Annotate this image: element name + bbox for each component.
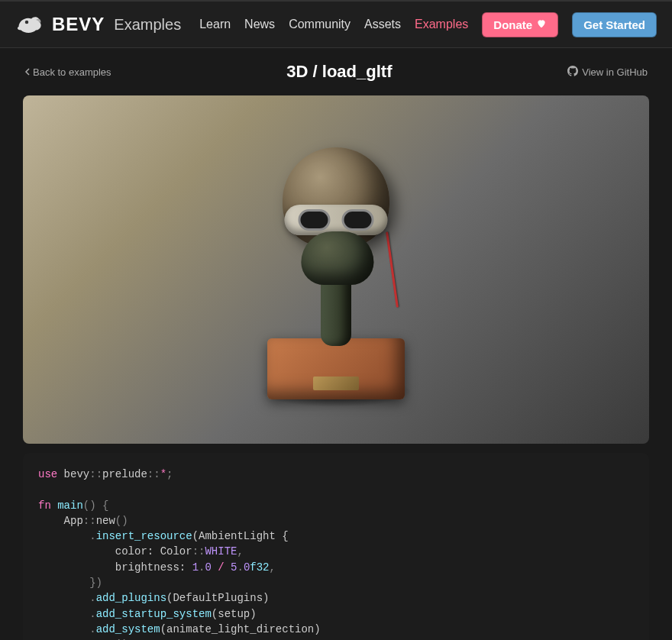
main-header: BEVY Examples Learn News Community Asset…	[0, 2, 672, 48]
page-title: 3D / load_gltf	[111, 62, 568, 82]
nav-community[interactable]: Community	[289, 18, 351, 31]
code-line: .add_system(animate_light_direction)	[38, 622, 634, 637]
donate-label: Donate	[493, 18, 532, 31]
code-line: App::new()	[38, 513, 634, 528]
nav-assets[interactable]: Assets	[364, 18, 401, 31]
heart-icon	[536, 18, 547, 31]
primary-nav: Learn News Community Assets Examples Don…	[199, 12, 657, 37]
section-name: Examples	[114, 16, 181, 34]
code-line: .insert_resource(AmbientLight {	[38, 528, 634, 544]
nav-learn[interactable]: Learn	[199, 18, 231, 31]
code-line: fn main() {	[38, 498, 634, 513]
github-label: View in GitHub	[582, 66, 648, 78]
bevy-logo-icon[interactable]	[15, 11, 43, 38]
code-line: use bevy::prelude::*;	[38, 467, 634, 482]
code-line: .run();	[38, 637, 634, 640]
code-line: brightness: 1.0 / 5.0f32,	[38, 560, 634, 575]
donate-button[interactable]: Donate	[482, 12, 558, 37]
code-line: })	[38, 575, 634, 590]
sub-header: Back to examples 3D / load_gltf View in …	[0, 48, 672, 89]
3d-preview-canvas[interactable]	[23, 95, 649, 444]
view-in-github-link[interactable]: View in GitHub	[567, 66, 648, 79]
nav-examples[interactable]: Examples	[415, 18, 468, 31]
code-line: .add_plugins(DefaultPlugins)	[38, 590, 634, 606]
back-to-examples-link[interactable]: Back to examples	[24, 66, 111, 78]
github-icon	[567, 66, 578, 79]
get-started-button[interactable]: Get Started	[572, 12, 657, 37]
rendered-scene	[23, 95, 649, 444]
svg-point-0	[25, 21, 29, 24]
back-label: Back to examples	[33, 66, 111, 78]
code-line: color: Color::WHITE,	[38, 544, 634, 559]
nav-news[interactable]: News	[244, 18, 275, 31]
source-code-block: use bevy::prelude::*; fn main() { App::n…	[23, 453, 649, 640]
code-line	[38, 482, 634, 497]
chevron-left-icon	[24, 66, 31, 78]
brand-name[interactable]: BEVY	[52, 14, 105, 35]
code-line: .add_startup_system(setup)	[38, 606, 634, 622]
flight-helmet-model	[252, 124, 420, 415]
